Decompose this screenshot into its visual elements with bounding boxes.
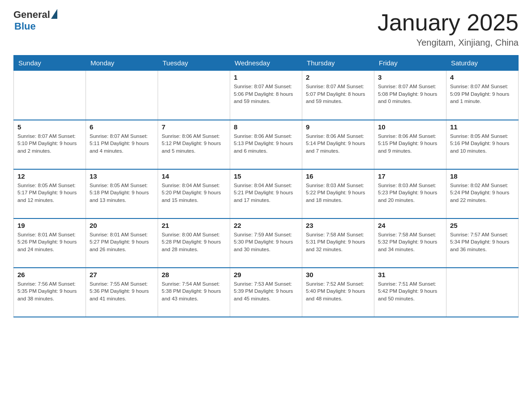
day-info: Sunrise: 7:56 AM Sunset: 5:35 PM Dayligh… bbox=[17, 280, 82, 303]
day-info: Sunrise: 8:01 AM Sunset: 5:26 PM Dayligh… bbox=[17, 231, 82, 253]
calendar-week-2: 5Sunrise: 8:07 AM Sunset: 5:10 PM Daylig… bbox=[14, 120, 519, 169]
calendar-cell: 11Sunrise: 8:05 AM Sunset: 5:16 PM Dayli… bbox=[446, 120, 519, 169]
day-number: 2 bbox=[306, 73, 370, 81]
day-number: 28 bbox=[162, 271, 226, 278]
day-number: 12 bbox=[17, 172, 82, 180]
day-number: 23 bbox=[306, 222, 370, 229]
day-number: 27 bbox=[90, 271, 154, 278]
logo-general-text: General bbox=[13, 9, 50, 21]
day-info: Sunrise: 8:00 AM Sunset: 5:28 PM Dayligh… bbox=[162, 231, 226, 253]
day-info: Sunrise: 7:59 AM Sunset: 5:30 PM Dayligh… bbox=[234, 231, 298, 253]
day-number: 24 bbox=[378, 222, 442, 229]
calendar-week-4: 19Sunrise: 8:01 AM Sunset: 5:26 PM Dayli… bbox=[14, 218, 519, 268]
day-info: Sunrise: 8:07 AM Sunset: 5:06 PM Dayligh… bbox=[234, 83, 298, 105]
day-info: Sunrise: 7:52 AM Sunset: 5:40 PM Dayligh… bbox=[306, 280, 370, 303]
day-info: Sunrise: 8:05 AM Sunset: 5:18 PM Dayligh… bbox=[90, 182, 154, 204]
logo: General Blue bbox=[13, 9, 57, 32]
header-cell-sunday: Sunday bbox=[14, 56, 86, 71]
calendar-cell: 22Sunrise: 7:59 AM Sunset: 5:30 PM Dayli… bbox=[230, 218, 302, 268]
header-cell-friday: Friday bbox=[374, 56, 446, 71]
header-cell-monday: Monday bbox=[86, 56, 158, 71]
calendar-cell: 14Sunrise: 8:04 AM Sunset: 5:20 PM Dayli… bbox=[158, 169, 230, 218]
day-number: 26 bbox=[17, 271, 82, 278]
day-info: Sunrise: 8:02 AM Sunset: 5:24 PM Dayligh… bbox=[450, 182, 515, 204]
day-number: 15 bbox=[234, 172, 298, 180]
header-row: SundayMondayTuesdayWednesdayThursdayFrid… bbox=[14, 56, 519, 71]
calendar-table: SundayMondayTuesdayWednesdayThursdayFrid… bbox=[13, 55, 519, 317]
calendar-cell: 24Sunrise: 7:58 AM Sunset: 5:32 PM Dayli… bbox=[374, 218, 446, 268]
day-info: Sunrise: 8:03 AM Sunset: 5:22 PM Dayligh… bbox=[306, 182, 370, 204]
calendar-cell: 16Sunrise: 8:03 AM Sunset: 5:22 PM Dayli… bbox=[302, 169, 374, 218]
day-info: Sunrise: 8:07 AM Sunset: 5:11 PM Dayligh… bbox=[90, 133, 154, 155]
calendar-cell: 29Sunrise: 7:53 AM Sunset: 5:39 PM Dayli… bbox=[230, 268, 302, 317]
calendar-cell: 5Sunrise: 8:07 AM Sunset: 5:10 PM Daylig… bbox=[14, 120, 86, 169]
day-info: Sunrise: 7:54 AM Sunset: 5:38 PM Dayligh… bbox=[162, 280, 226, 303]
logo-blue-text: Blue bbox=[14, 21, 36, 32]
calendar-cell: 26Sunrise: 7:56 AM Sunset: 5:35 PM Dayli… bbox=[14, 268, 86, 317]
calendar-cell: 12Sunrise: 8:05 AM Sunset: 5:17 PM Dayli… bbox=[14, 169, 86, 218]
day-info: Sunrise: 8:06 AM Sunset: 5:14 PM Dayligh… bbox=[306, 133, 370, 155]
day-info: Sunrise: 8:05 AM Sunset: 5:17 PM Dayligh… bbox=[17, 182, 82, 204]
day-number: 18 bbox=[450, 172, 515, 180]
calendar-week-1: 1Sunrise: 8:07 AM Sunset: 5:06 PM Daylig… bbox=[14, 71, 519, 120]
day-number: 31 bbox=[378, 271, 442, 278]
day-info: Sunrise: 8:07 AM Sunset: 5:10 PM Dayligh… bbox=[17, 133, 82, 155]
calendar-cell: 30Sunrise: 7:52 AM Sunset: 5:40 PM Dayli… bbox=[302, 268, 374, 317]
day-number: 10 bbox=[378, 123, 442, 131]
header-cell-tuesday: Tuesday bbox=[158, 56, 230, 71]
day-number: 4 bbox=[450, 73, 515, 81]
day-number: 17 bbox=[378, 172, 442, 180]
calendar-cell: 2Sunrise: 8:07 AM Sunset: 5:07 PM Daylig… bbox=[302, 71, 374, 120]
day-number: 19 bbox=[17, 222, 82, 229]
header-cell-wednesday: Wednesday bbox=[230, 56, 302, 71]
day-info: Sunrise: 8:06 AM Sunset: 5:12 PM Dayligh… bbox=[162, 133, 226, 155]
calendar-cell: 28Sunrise: 7:54 AM Sunset: 5:38 PM Dayli… bbox=[158, 268, 230, 317]
calendar-cell bbox=[446, 268, 519, 317]
calendar-cell bbox=[158, 71, 230, 120]
day-number: 9 bbox=[306, 123, 370, 131]
calendar-cell: 27Sunrise: 7:55 AM Sunset: 5:36 PM Dayli… bbox=[86, 268, 158, 317]
calendar-cell: 1Sunrise: 8:07 AM Sunset: 5:06 PM Daylig… bbox=[230, 71, 302, 120]
day-number: 1 bbox=[234, 73, 298, 81]
calendar-cell: 13Sunrise: 8:05 AM Sunset: 5:18 PM Dayli… bbox=[86, 169, 158, 218]
day-number: 29 bbox=[234, 271, 298, 278]
day-number: 5 bbox=[17, 123, 82, 131]
day-info: Sunrise: 7:58 AM Sunset: 5:31 PM Dayligh… bbox=[306, 231, 370, 253]
day-number: 21 bbox=[162, 222, 226, 229]
header-cell-saturday: Saturday bbox=[446, 56, 519, 71]
day-number: 22 bbox=[234, 222, 298, 229]
calendar-cell: 10Sunrise: 8:06 AM Sunset: 5:15 PM Dayli… bbox=[374, 120, 446, 169]
day-number: 3 bbox=[378, 73, 442, 81]
calendar-week-3: 12Sunrise: 8:05 AM Sunset: 5:17 PM Dayli… bbox=[14, 169, 519, 218]
day-number: 6 bbox=[90, 123, 154, 131]
calendar-cell: 23Sunrise: 7:58 AM Sunset: 5:31 PM Dayli… bbox=[302, 218, 374, 268]
calendar-cell: 6Sunrise: 8:07 AM Sunset: 5:11 PM Daylig… bbox=[86, 120, 158, 169]
day-number: 11 bbox=[450, 123, 515, 131]
calendar-cell: 21Sunrise: 8:00 AM Sunset: 5:28 PM Dayli… bbox=[158, 218, 230, 268]
day-number: 7 bbox=[162, 123, 226, 131]
day-info: Sunrise: 7:58 AM Sunset: 5:32 PM Dayligh… bbox=[378, 231, 442, 253]
day-number: 16 bbox=[306, 172, 370, 180]
calendar-cell: 15Sunrise: 8:04 AM Sunset: 5:21 PM Dayli… bbox=[230, 169, 302, 218]
header-cell-thursday: Thursday bbox=[302, 56, 374, 71]
day-info: Sunrise: 7:53 AM Sunset: 5:39 PM Dayligh… bbox=[234, 280, 298, 303]
calendar-cell: 18Sunrise: 8:02 AM Sunset: 5:24 PM Dayli… bbox=[446, 169, 519, 218]
calendar-title: January 2025 bbox=[378, 9, 519, 36]
page-header: General Blue January 2025 Yengitam, Xinj… bbox=[13, 9, 519, 48]
day-info: Sunrise: 8:07 AM Sunset: 5:08 PM Dayligh… bbox=[378, 83, 442, 105]
day-info: Sunrise: 8:07 AM Sunset: 5:07 PM Dayligh… bbox=[306, 83, 370, 105]
calendar-cell bbox=[86, 71, 158, 120]
calendar-cell: 7Sunrise: 8:06 AM Sunset: 5:12 PM Daylig… bbox=[158, 120, 230, 169]
calendar-cell: 8Sunrise: 8:06 AM Sunset: 5:13 PM Daylig… bbox=[230, 120, 302, 169]
day-info: Sunrise: 8:06 AM Sunset: 5:15 PM Dayligh… bbox=[378, 133, 442, 155]
day-info: Sunrise: 8:07 AM Sunset: 5:09 PM Dayligh… bbox=[450, 83, 515, 105]
day-info: Sunrise: 7:55 AM Sunset: 5:36 PM Dayligh… bbox=[90, 280, 154, 303]
day-info: Sunrise: 8:03 AM Sunset: 5:23 PM Dayligh… bbox=[378, 182, 442, 204]
calendar-cell: 17Sunrise: 8:03 AM Sunset: 5:23 PM Dayli… bbox=[374, 169, 446, 218]
day-number: 8 bbox=[234, 123, 298, 131]
calendar-cell: 20Sunrise: 8:01 AM Sunset: 5:27 PM Dayli… bbox=[86, 218, 158, 268]
calendar-week-5: 26Sunrise: 7:56 AM Sunset: 5:35 PM Dayli… bbox=[14, 268, 519, 317]
calendar-cell: 9Sunrise: 8:06 AM Sunset: 5:14 PM Daylig… bbox=[302, 120, 374, 169]
title-block: January 2025 Yengitam, Xinjiang, China bbox=[378, 9, 519, 48]
calendar-cell: 4Sunrise: 8:07 AM Sunset: 5:09 PM Daylig… bbox=[446, 71, 519, 120]
